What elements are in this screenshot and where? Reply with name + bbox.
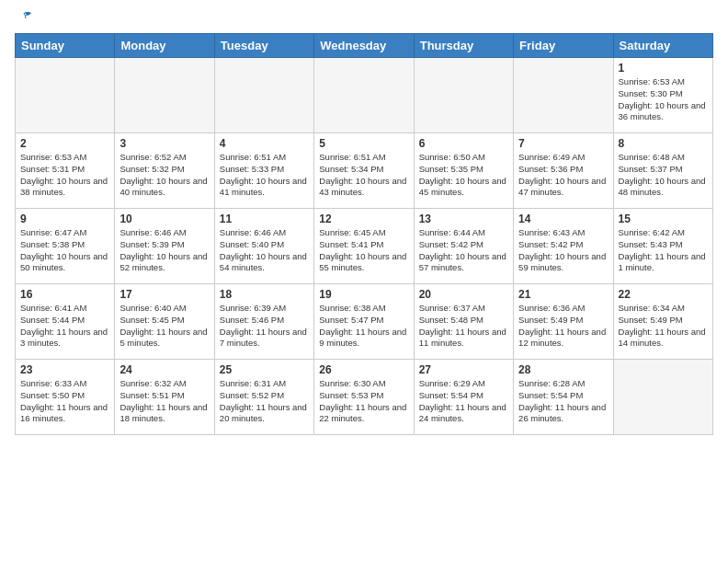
- calendar-cell: 21 Sunrise: 6:36 AMSunset: 5:49 PMDaylig…: [514, 284, 613, 360]
- weekday-header-row: SundayMondayTuesdayWednesdayThursdayFrid…: [16, 34, 713, 58]
- day-number: 9: [20, 213, 109, 225]
- calendar-cell: 14 Sunrise: 6:43 AMSunset: 5:42 PMDaylig…: [514, 209, 613, 284]
- day-number: 18: [220, 288, 309, 301]
- calendar-week-5: 23 Sunrise: 6:33 AMSunset: 5:50 PMDaylig…: [16, 360, 713, 435]
- calendar-cell: [514, 58, 613, 133]
- logo-bird-icon: [15, 11, 33, 26]
- calendar-cell: 12 Sunrise: 6:45 AMSunset: 5:41 PMDaylig…: [314, 209, 414, 284]
- calendar-week-3: 9 Sunrise: 6:47 AMSunset: 5:38 PMDayligh…: [16, 209, 713, 284]
- day-number: 27: [419, 363, 508, 376]
- calendar-cell: [115, 58, 214, 133]
- day-info: Sunrise: 6:51 AMSunset: 5:34 PMDaylight:…: [319, 152, 406, 197]
- weekday-header-thursday: Thursday: [414, 34, 513, 58]
- weekday-header-friday: Friday: [514, 34, 613, 58]
- day-number: 23: [20, 363, 109, 376]
- day-info: Sunrise: 6:52 AMSunset: 5:32 PMDaylight:…: [119, 152, 207, 197]
- calendar-cell: 23 Sunrise: 6:33 AMSunset: 5:50 PMDaylig…: [16, 360, 115, 435]
- calendar-cell: [414, 58, 513, 133]
- calendar-cell: 19 Sunrise: 6:38 AMSunset: 5:47 PMDaylig…: [314, 284, 414, 360]
- day-info: Sunrise: 6:45 AMSunset: 5:41 PMDaylight:…: [319, 227, 406, 272]
- day-info: Sunrise: 6:28 AMSunset: 5:54 PMDaylight:…: [518, 378, 606, 423]
- day-number: 20: [419, 288, 508, 301]
- weekday-header-tuesday: Tuesday: [214, 34, 313, 58]
- calendar-cell: 25 Sunrise: 6:31 AMSunset: 5:52 PMDaylig…: [214, 360, 313, 435]
- calendar-cell: 9 Sunrise: 6:47 AMSunset: 5:38 PMDayligh…: [16, 209, 115, 284]
- weekday-header-monday: Monday: [115, 34, 214, 58]
- calendar-cell: 10 Sunrise: 6:46 AMSunset: 5:39 PMDaylig…: [115, 209, 214, 284]
- calendar-cell: 11 Sunrise: 6:46 AMSunset: 5:40 PMDaylig…: [214, 209, 313, 284]
- calendar-cell: 13 Sunrise: 6:44 AMSunset: 5:42 PMDaylig…: [414, 209, 513, 284]
- calendar-cell: 2 Sunrise: 6:53 AMSunset: 5:31 PMDayligh…: [16, 133, 115, 209]
- day-number: 26: [319, 363, 408, 376]
- calendar-cell: 24 Sunrise: 6:32 AMSunset: 5:51 PMDaylig…: [115, 360, 214, 435]
- calendar-cell: [314, 58, 414, 133]
- day-number: 2: [20, 137, 109, 150]
- day-number: 1: [619, 62, 708, 75]
- day-number: 28: [518, 363, 608, 376]
- day-info: Sunrise: 6:38 AMSunset: 5:47 PMDaylight:…: [319, 303, 406, 348]
- weekday-header-saturday: Saturday: [613, 34, 712, 58]
- calendar-cell: 5 Sunrise: 6:51 AMSunset: 5:34 PMDayligh…: [314, 133, 414, 209]
- day-number: 13: [419, 213, 508, 225]
- calendar-cell: 7 Sunrise: 6:49 AMSunset: 5:36 PMDayligh…: [514, 133, 613, 209]
- day-info: Sunrise: 6:50 AMSunset: 5:35 PMDaylight:…: [419, 152, 506, 197]
- day-info: Sunrise: 6:42 AMSunset: 5:43 PMDaylight:…: [619, 227, 706, 272]
- calendar-cell: [16, 58, 115, 133]
- day-number: 5: [319, 137, 408, 150]
- day-info: Sunrise: 6:46 AMSunset: 5:39 PMDaylight:…: [119, 227, 207, 272]
- day-info: Sunrise: 6:37 AMSunset: 5:48 PMDaylight:…: [419, 303, 506, 348]
- day-number: 7: [518, 137, 608, 150]
- day-info: Sunrise: 6:34 AMSunset: 5:49 PMDaylight:…: [619, 303, 706, 348]
- calendar-table: SundayMondayTuesdayWednesdayThursdayFrid…: [15, 33, 713, 435]
- day-info: Sunrise: 6:49 AMSunset: 5:36 PMDaylight:…: [518, 152, 606, 197]
- day-number: 17: [119, 288, 209, 301]
- day-info: Sunrise: 6:29 AMSunset: 5:54 PMDaylight:…: [419, 378, 506, 423]
- day-info: Sunrise: 6:30 AMSunset: 5:53 PMDaylight:…: [319, 378, 406, 423]
- day-number: 19: [319, 288, 408, 301]
- calendar-cell: 26 Sunrise: 6:30 AMSunset: 5:53 PMDaylig…: [314, 360, 414, 435]
- day-info: Sunrise: 6:32 AMSunset: 5:51 PMDaylight:…: [119, 378, 207, 423]
- calendar-cell: 1 Sunrise: 6:53 AMSunset: 5:30 PMDayligh…: [613, 58, 712, 133]
- day-info: Sunrise: 6:51 AMSunset: 5:33 PMDaylight:…: [220, 152, 307, 197]
- day-info: Sunrise: 6:47 AMSunset: 5:38 PMDaylight:…: [20, 227, 108, 272]
- calendar-cell: 15 Sunrise: 6:42 AMSunset: 5:43 PMDaylig…: [613, 209, 712, 284]
- calendar-cell: 28 Sunrise: 6:28 AMSunset: 5:54 PMDaylig…: [514, 360, 613, 435]
- day-number: 22: [619, 288, 708, 301]
- calendar-cell: 8 Sunrise: 6:48 AMSunset: 5:37 PMDayligh…: [613, 133, 712, 209]
- calendar-cell: 27 Sunrise: 6:29 AMSunset: 5:54 PMDaylig…: [414, 360, 513, 435]
- calendar-cell: 6 Sunrise: 6:50 AMSunset: 5:35 PMDayligh…: [414, 133, 513, 209]
- day-info: Sunrise: 6:43 AMSunset: 5:42 PMDaylight:…: [518, 227, 606, 272]
- day-number: 14: [518, 213, 608, 225]
- day-info: Sunrise: 6:36 AMSunset: 5:49 PMDaylight:…: [518, 303, 606, 348]
- day-number: 8: [619, 137, 708, 150]
- day-info: Sunrise: 6:53 AMSunset: 5:31 PMDaylight:…: [20, 152, 108, 197]
- day-number: 21: [518, 288, 608, 301]
- calendar-cell: 18 Sunrise: 6:39 AMSunset: 5:46 PMDaylig…: [214, 284, 313, 360]
- day-info: Sunrise: 6:48 AMSunset: 5:37 PMDaylight:…: [619, 152, 706, 197]
- calendar-cell: 3 Sunrise: 6:52 AMSunset: 5:32 PMDayligh…: [115, 133, 214, 209]
- calendar-week-1: 1 Sunrise: 6:53 AMSunset: 5:30 PMDayligh…: [16, 58, 713, 133]
- day-number: 3: [119, 137, 209, 150]
- weekday-header-wednesday: Wednesday: [314, 34, 414, 58]
- calendar-cell: [613, 360, 712, 435]
- day-number: 16: [20, 288, 109, 301]
- page-header: [15, 15, 713, 22]
- day-info: Sunrise: 6:33 AMSunset: 5:50 PMDaylight:…: [20, 378, 108, 423]
- day-info: Sunrise: 6:40 AMSunset: 5:45 PMDaylight:…: [119, 303, 207, 348]
- day-number: 12: [319, 213, 408, 225]
- day-number: 25: [220, 363, 309, 376]
- calendar-cell: 17 Sunrise: 6:40 AMSunset: 5:45 PMDaylig…: [115, 284, 214, 360]
- day-info: Sunrise: 6:44 AMSunset: 5:42 PMDaylight:…: [419, 227, 506, 272]
- day-number: 10: [119, 213, 209, 225]
- day-number: 4: [220, 137, 309, 150]
- day-info: Sunrise: 6:31 AMSunset: 5:52 PMDaylight:…: [220, 378, 307, 423]
- day-number: 6: [419, 137, 508, 150]
- day-info: Sunrise: 6:41 AMSunset: 5:44 PMDaylight:…: [20, 303, 108, 348]
- calendar-cell: [214, 58, 313, 133]
- calendar-cell: 22 Sunrise: 6:34 AMSunset: 5:49 PMDaylig…: [613, 284, 712, 360]
- calendar-cell: 16 Sunrise: 6:41 AMSunset: 5:44 PMDaylig…: [16, 284, 115, 360]
- day-info: Sunrise: 6:53 AMSunset: 5:30 PMDaylight:…: [619, 76, 706, 121]
- calendar-cell: 4 Sunrise: 6:51 AMSunset: 5:33 PMDayligh…: [214, 133, 313, 209]
- day-info: Sunrise: 6:39 AMSunset: 5:46 PMDaylight:…: [220, 303, 307, 348]
- day-number: 24: [119, 363, 209, 376]
